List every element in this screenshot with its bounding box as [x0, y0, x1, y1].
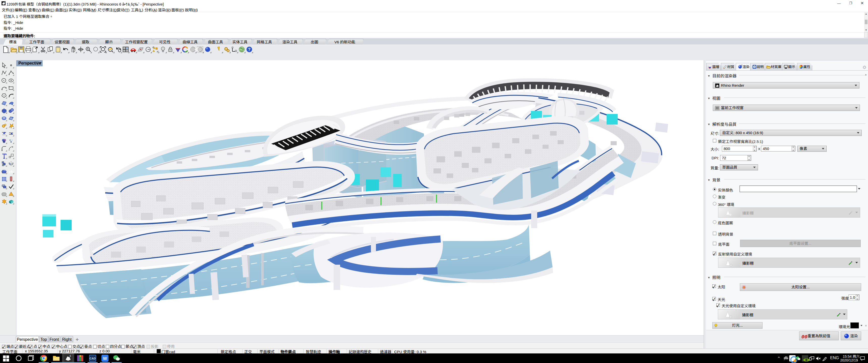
- svg-text:?: ?: [754, 66, 755, 68]
- svg-text:?: ?: [248, 47, 251, 52]
- svg-text:W: W: [103, 356, 107, 361]
- svg-text:6: 6: [70, 355, 71, 358]
- svg-text:CAD: CAD: [90, 357, 96, 360]
- svg-text:6: 6: [4, 1, 5, 3]
